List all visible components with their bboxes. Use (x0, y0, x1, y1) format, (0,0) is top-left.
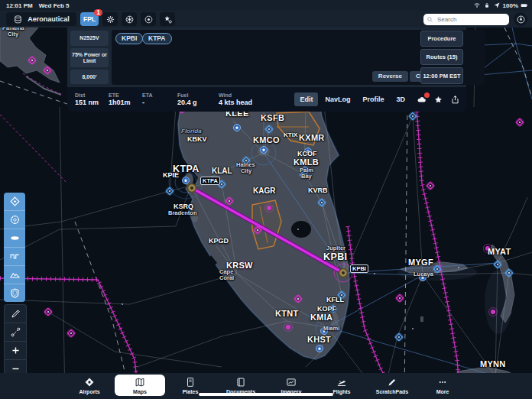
stat-eta: ETA- (142, 92, 177, 106)
fix-symbol (44, 308, 52, 316)
stat-value: - (142, 99, 177, 106)
altitude-value: 8,000' (82, 74, 96, 80)
stat-value: 1h01m (109, 99, 142, 106)
apt-symbol[interactable] (302, 167, 309, 174)
tab-label: Plates (183, 389, 199, 394)
apt-symbol[interactable] (234, 125, 241, 131)
apt-symbol[interactable] (261, 147, 268, 154)
apt-symbol[interactable] (321, 328, 328, 335)
stat-label: Fuel (177, 92, 219, 98)
tab-label: Maps (133, 389, 147, 394)
tab-airports[interactable]: Airports (64, 375, 115, 396)
search-box[interactable] (423, 14, 509, 25)
custom-content-button[interactable] (160, 12, 175, 26)
map-tool-highlight[interactable] (4, 229, 25, 248)
performance-label: 75% Power or Limit (71, 52, 108, 64)
plus-icon (10, 345, 21, 356)
date: Wed Feb 5 (39, 2, 70, 9)
altitude-button[interactable]: 8,000' (70, 70, 109, 84)
fpl-badge: 1 (94, 9, 102, 16)
map-tool-hazards[interactable] (4, 284, 25, 302)
north-up-button[interactable] (514, 12, 527, 26)
waypoint-chip-kpbi[interactable]: KPBI (115, 33, 143, 44)
tab-label: ScratchPads (376, 389, 408, 394)
gauge-icon (9, 214, 21, 225)
fix-symbol (28, 57, 36, 64)
map-zoom-in[interactable] (4, 341, 27, 359)
etd-button[interactable]: 12:00 PM EST (420, 67, 463, 84)
reverse-button[interactable]: Reverse (372, 71, 408, 82)
pencil-icon (10, 308, 21, 320)
map-tool-terrain[interactable] (4, 266, 25, 284)
action-icons (417, 95, 460, 105)
endpoint-symbol[interactable] (339, 269, 348, 277)
stat-label: Wind (219, 92, 287, 98)
vor-symbol (318, 199, 326, 206)
procedure-button[interactable]: Procedure (420, 31, 463, 47)
star-gear-icon (163, 15, 173, 24)
fix-symbol (67, 329, 75, 337)
gear-icon (105, 15, 115, 24)
apt-symbol[interactable] (316, 345, 323, 352)
vor-symbol (166, 187, 174, 195)
weather-imagery-button[interactable] (417, 95, 427, 105)
vor-symbol (433, 265, 441, 273)
fix-symbol (396, 294, 404, 302)
wave-icon (9, 251, 21, 262)
search-input[interactable] (436, 15, 506, 24)
map-tool-annotate[interactable] (4, 304, 27, 323)
apt-symbol[interactable] (183, 177, 190, 184)
notification-badge (424, 92, 430, 98)
map-tool-waypoints[interactable] (4, 193, 25, 211)
apt-symbol[interactable] (305, 148, 312, 155)
mountain-icon (9, 269, 21, 281)
routes-button[interactable]: Routes (15) (420, 49, 463, 65)
settings-button[interactable] (102, 12, 118, 26)
map-tool-instruments[interactable] (4, 211, 25, 229)
map-tool-ruler[interactable] (4, 323, 27, 341)
home-indicator[interactable] (199, 393, 333, 396)
weather-layers-button[interactable] (122, 12, 137, 26)
stat-dist: Dist151 nm (75, 92, 109, 106)
fpl-button[interactable]: FPL 1 (80, 12, 99, 26)
stat-value: 4 kts head (219, 99, 287, 106)
search-icon (427, 16, 433, 23)
route-icon (10, 326, 21, 338)
view-tab-edit[interactable]: Edit (294, 92, 318, 106)
foreflight-app: PanamaCityFloridaKBKVKLEEKSFBKMCOKTIXKXM… (0, 0, 532, 399)
endpoint-symbol[interactable] (188, 184, 196, 193)
share-button[interactable] (450, 95, 460, 105)
status-icons: 100% (473, 2, 528, 9)
map-tool-profile[interactable] (4, 248, 25, 266)
fix-symbol (254, 226, 261, 234)
tab-label: More (436, 389, 449, 394)
stat-fuel: Fuel20.4 g (177, 92, 219, 106)
fix-symbol (427, 182, 434, 190)
fix-symbol (44, 66, 51, 74)
tab-label: Airports (79, 389, 99, 394)
orientation-lock-icon (483, 2, 491, 9)
apt-symbol[interactable] (420, 274, 427, 281)
map-layers-button[interactable]: Aeronautical (6, 12, 76, 26)
tab-scratchpads[interactable]: ScratchPads (367, 375, 417, 396)
waypoint-chip-ktpa[interactable]: KTPA (142, 33, 172, 44)
performance-button[interactable]: 75% Power or Limit (70, 48, 109, 67)
fpl-label: FPL (83, 15, 96, 23)
vor-symbol (242, 157, 250, 164)
vor-symbol (494, 261, 501, 268)
view-tab-3d[interactable]: 3D (391, 92, 410, 106)
status-bar: 12:01 PM Wed Feb 5 100% (0, 0, 532, 11)
tab-maps-icon (135, 377, 145, 388)
tab-flights-icon (336, 377, 347, 388)
vor-symbol (338, 291, 345, 299)
tab-more[interactable]: More (417, 375, 468, 396)
flight-plan-panel: N2525V 75% Power or Limit 8,000' KPBI KT… (67, 28, 466, 87)
aircraft-button[interactable]: N2525V (70, 31, 109, 46)
favorites-button[interactable] (433, 95, 443, 105)
tab-maps[interactable]: Maps (115, 375, 165, 396)
tab-more-icon (437, 377, 448, 388)
view-tab-profile[interactable]: Profile (357, 92, 389, 106)
toolbar-icon-buttons (99, 12, 175, 26)
view-tab-navlog[interactable]: NavLog (320, 92, 355, 106)
traffic-button[interactable] (141, 12, 156, 26)
